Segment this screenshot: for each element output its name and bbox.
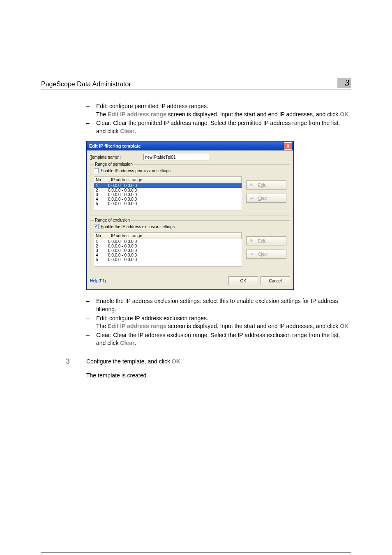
table-row[interactable]: 10.0.0.0 - 0.0.0.0 — [94, 183, 242, 188]
chapter-badge: 3 — [337, 78, 351, 88]
table-row[interactable]: 50.0.0.0 - 0.0.0.0 — [94, 257, 242, 262]
exclusion-clear-button[interactable]: ✂ Clear — [246, 250, 286, 259]
step-3: 3 Configure the template, and click OK. … — [41, 357, 351, 380]
col-no: No. — [94, 233, 109, 239]
permission-edit-button[interactable]: ✎ Edit... — [246, 180, 286, 190]
table-row[interactable]: 20.0.0.0 - 0.0.0.0 — [94, 244, 242, 248]
enable-permission-checkbox[interactable] — [94, 168, 99, 173]
edit-icon: ✎ — [250, 183, 254, 188]
page-header: PageScope Data Administrator 3 — [41, 78, 351, 90]
bullet-item: –Clear: Clear the IP address exclusion r… — [86, 331, 351, 347]
step-line2: The template is created. — [86, 371, 351, 379]
edit-ip-filtering-dialog: Edit IP filtering template X Template na… — [86, 141, 294, 290]
help-link[interactable]: Help(F1) — [90, 279, 106, 283]
exclusion-legend: Range of exclusion — [94, 218, 131, 222]
permission-clear-button[interactable]: ✂ Clear — [246, 194, 286, 203]
edit-label: Edit... — [258, 183, 269, 187]
enable-permission-label: Enable IP address permission settings — [101, 169, 171, 173]
instructions-top: –Edit: configure permitted IP address ra… — [86, 102, 351, 135]
exclusion-edit-button[interactable]: ✎ Edit... — [246, 236, 286, 245]
table-row[interactable]: 20.0.0.0 - 0.0.0.0 — [94, 188, 242, 192]
permission-list[interactable]: 10.0.0.0 - 0.0.0.020.0.0.0 - 0.0.0.030.0… — [94, 183, 242, 211]
ok-button[interactable]: OK — [228, 276, 258, 285]
dialog-title: Edit IP filtering template — [89, 143, 141, 148]
template-name-row: Template name*: — [90, 154, 290, 160]
bullet-item: –Enable the IP address exclusion setting… — [86, 297, 351, 313]
template-name-input[interactable] — [143, 154, 209, 160]
step-line1: Configure the template, and click OK. — [86, 357, 351, 365]
table-row[interactable]: 30.0.0.0 - 0.0.0.0 — [94, 192, 242, 197]
clear-label: Clear — [258, 196, 268, 201]
col-range: IP address range — [109, 177, 242, 183]
cancel-button[interactable]: Cancel — [261, 276, 290, 285]
range-of-permission-group: Range of permission Enable IP address pe… — [90, 164, 290, 215]
step-number: 3 — [41, 357, 86, 380]
clear-label: Clear — [258, 252, 268, 257]
table-row[interactable]: 50.0.0.0 - 0.0.0.0 — [94, 201, 242, 206]
enable-exclusion-checkbox[interactable]: ✔ — [94, 224, 99, 229]
exclusion-list[interactable]: 10.0.0.0 - 0.0.0.020.0.0.0 - 0.0.0.030.0… — [94, 239, 242, 267]
clear-icon: ✂ — [250, 252, 254, 257]
instructions-bottom: –Enable the IP address exclusion setting… — [86, 297, 351, 347]
edit-label: Edit... — [258, 239, 269, 243]
page-footer: PageScope Data Administrator 3-99 — [41, 553, 351, 555]
table-row[interactable]: 40.0.0.0 - 0.0.0.0 — [94, 253, 242, 257]
range-of-exclusion-group: Range of exclusion ✔ Enable the IP addre… — [90, 220, 290, 271]
edit-icon: ✎ — [250, 238, 254, 244]
header-title: PageScope Data Administrator — [41, 81, 131, 88]
table-row[interactable]: 30.0.0.0 - 0.0.0.0 — [94, 248, 242, 253]
bullet-item: –Clear: Clear the permitted IP address r… — [86, 119, 351, 135]
bullet-item: –Edit: configure IP address exclusion ra… — [86, 314, 351, 331]
col-range: IP address range — [109, 233, 242, 239]
permission-list-header: No. IP address range — [94, 176, 242, 183]
table-row[interactable]: 10.0.0.0 - 0.0.0.0 — [94, 239, 242, 244]
enable-exclusion-label: Enable the IP address exclusion settings — [101, 224, 175, 229]
col-no: No. — [94, 177, 109, 183]
dialog-titlebar: Edit IP filtering template X — [87, 141, 293, 150]
exclusion-list-header: No. IP address range — [94, 232, 242, 239]
clear-icon: ✂ — [250, 196, 254, 201]
close-button[interactable]: X — [284, 142, 292, 150]
template-name-label: Template name*: — [90, 155, 143, 160]
table-row[interactable]: 40.0.0.0 - 0.0.0.0 — [94, 197, 242, 201]
bullet-item: –Edit: configure permitted IP address ra… — [86, 102, 351, 118]
close-icon: X — [286, 143, 289, 148]
permission-legend: Range of permission — [94, 162, 134, 166]
